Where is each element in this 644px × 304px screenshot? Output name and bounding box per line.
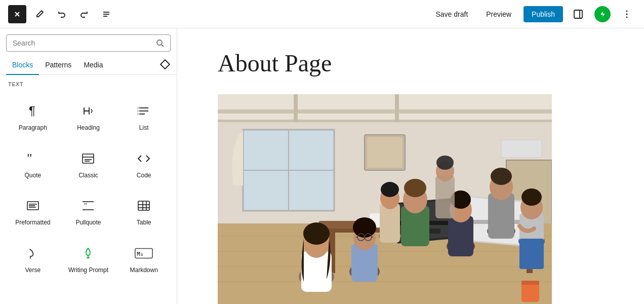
list-view-button[interactable] bbox=[97, 5, 115, 23]
svg-point-5 bbox=[626, 10, 628, 12]
tab-patterns[interactable]: Patterns bbox=[39, 56, 77, 75]
office-image bbox=[218, 94, 552, 304]
list-label: List bbox=[139, 124, 149, 132]
block-paragraph[interactable]: ¶ Paragraph bbox=[6, 93, 60, 139]
block-list[interactable]: List bbox=[117, 93, 171, 139]
close-button[interactable] bbox=[8, 5, 26, 23]
classic-label: Classic bbox=[78, 172, 98, 180]
table-icon bbox=[135, 197, 153, 215]
block-preformatted[interactable]: Preformatted bbox=[6, 188, 60, 234]
heading-icon bbox=[79, 102, 97, 120]
svg-point-82 bbox=[353, 217, 376, 238]
more-options-button[interactable] bbox=[618, 5, 636, 23]
tabs-row: Blocks Patterns Media bbox=[0, 56, 177, 75]
toolbar: Save draft Preview Publish bbox=[0, 0, 644, 28]
sidebar-toggle-button[interactable] bbox=[569, 5, 587, 23]
svg-rect-73 bbox=[521, 281, 539, 285]
preformatted-label: Preformatted bbox=[15, 219, 50, 227]
preformatted-icon bbox=[24, 197, 42, 215]
pullquote-icon: " bbox=[79, 197, 97, 215]
quote-label: Quote bbox=[24, 172, 41, 180]
toolbar-left bbox=[8, 5, 115, 23]
page-title[interactable]: About Page bbox=[218, 49, 603, 78]
blocks-grid: ¶ Paragraph Heading bbox=[6, 93, 171, 281]
svg-point-78 bbox=[303, 222, 330, 245]
block-pullquote[interactable]: " Pullquote bbox=[62, 188, 115, 234]
writing-prompt-label: Writing Prompt bbox=[68, 267, 108, 275]
search-icon bbox=[156, 39, 164, 47]
undo-button[interactable] bbox=[53, 5, 71, 23]
block-classic[interactable]: Classic bbox=[62, 141, 115, 186]
block-markdown[interactable]: M↓ Markdown bbox=[117, 236, 171, 281]
text-section-label: TEXT bbox=[6, 81, 171, 87]
toolbar-right: Save draft Preview Publish bbox=[429, 5, 636, 23]
heading-label: Heading bbox=[77, 124, 100, 132]
svg-point-7 bbox=[626, 16, 628, 18]
svg-point-8 bbox=[157, 40, 162, 45]
svg-text:": " bbox=[84, 202, 87, 210]
svg-text:¶: ¶ bbox=[29, 104, 35, 118]
lightning-icon bbox=[594, 6, 611, 22]
search-container bbox=[0, 28, 177, 56]
list-icon bbox=[135, 102, 153, 120]
code-icon bbox=[135, 149, 153, 168]
blocks-content: TEXT ¶ Paragraph bbox=[0, 75, 177, 304]
lightning-button[interactable] bbox=[593, 5, 612, 23]
svg-point-6 bbox=[626, 13, 628, 15]
table-label: Table bbox=[137, 219, 151, 227]
svg-point-91 bbox=[404, 179, 426, 197]
svg-rect-102 bbox=[519, 239, 544, 269]
paragraph-label: Paragraph bbox=[19, 124, 47, 132]
block-heading[interactable]: Heading bbox=[62, 93, 115, 139]
svg-rect-109 bbox=[435, 175, 455, 218]
classic-icon bbox=[79, 149, 97, 168]
svg-rect-30 bbox=[138, 201, 149, 210]
verse-icon bbox=[24, 244, 42, 262]
svg-rect-41 bbox=[218, 109, 552, 113]
search-input-wrap bbox=[6, 34, 171, 52]
markdown-icon: M↓ bbox=[135, 244, 153, 262]
svg-point-104 bbox=[521, 188, 542, 206]
svg-rect-52 bbox=[501, 140, 542, 158]
search-input[interactable] bbox=[13, 39, 152, 47]
svg-rect-51 bbox=[367, 137, 402, 168]
svg-text:M↓: M↓ bbox=[137, 251, 143, 257]
svg-point-111 bbox=[436, 156, 454, 170]
paragraph-icon: ¶ bbox=[24, 102, 42, 120]
verse-label: Verse bbox=[25, 267, 41, 275]
code-label: Code bbox=[137, 172, 151, 180]
block-quote[interactable]: " Quote bbox=[6, 141, 60, 186]
redo-button[interactable] bbox=[75, 5, 93, 23]
svg-text:": " bbox=[27, 151, 32, 166]
svg-point-108 bbox=[381, 182, 399, 197]
svg-rect-3 bbox=[574, 10, 582, 18]
writing-prompt-icon bbox=[79, 244, 97, 262]
tab-media[interactable]: Media bbox=[77, 56, 109, 75]
editor-area[interactable]: About Page bbox=[177, 28, 644, 304]
pullquote-label: Pullquote bbox=[75, 219, 101, 227]
markdown-label: Markdown bbox=[130, 267, 157, 275]
block-table[interactable]: Table bbox=[117, 188, 171, 234]
quote-icon: " bbox=[24, 149, 42, 168]
block-verse[interactable]: Verse bbox=[6, 236, 60, 281]
svg-rect-42 bbox=[218, 120, 552, 122]
svg-rect-44 bbox=[395, 94, 399, 125]
svg-rect-19 bbox=[83, 154, 94, 163]
diamond-icon[interactable] bbox=[159, 59, 171, 72]
block-code[interactable]: Code bbox=[117, 141, 171, 186]
publish-button[interactable]: Publish bbox=[524, 6, 563, 22]
sidebar: Blocks Patterns Media TEXT ¶ bbox=[0, 28, 177, 304]
svg-line-9 bbox=[162, 45, 164, 47]
main-layout: Blocks Patterns Media TEXT ¶ bbox=[0, 28, 644, 304]
block-writing-prompt[interactable]: Writing Prompt bbox=[62, 236, 115, 281]
save-draft-button[interactable]: Save draft bbox=[429, 7, 474, 21]
svg-marker-10 bbox=[160, 60, 170, 69]
edit-icon-button[interactable] bbox=[30, 5, 49, 23]
image-block[interactable] bbox=[218, 94, 552, 304]
tab-blocks[interactable]: Blocks bbox=[6, 56, 39, 75]
preview-button[interactable]: Preview bbox=[480, 7, 517, 21]
svg-rect-43 bbox=[294, 94, 298, 125]
svg-point-99 bbox=[491, 168, 512, 185]
